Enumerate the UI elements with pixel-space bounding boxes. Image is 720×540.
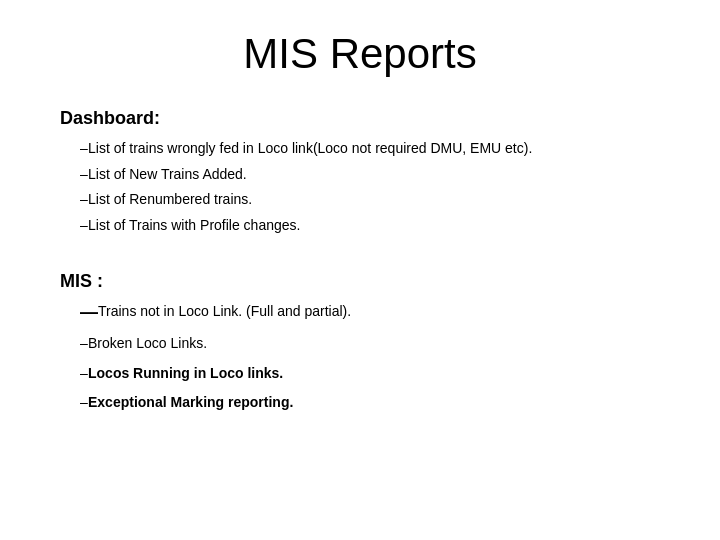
item-text: Exceptional Marking reporting.: [88, 393, 293, 413]
dash-icon: –: [60, 165, 88, 185]
item-text: Locos Running in Loco links.: [88, 364, 283, 384]
mis-list: — Trains not in Loco Link. (Full and par…: [60, 302, 660, 412]
item-text: List of Trains with Profile changes.: [88, 216, 300, 236]
item-text: List of New Trains Added.: [88, 165, 247, 185]
dash-icon: –: [60, 190, 88, 210]
dashboard-list: – List of trains wrongly fed in Loco lin…: [60, 139, 660, 235]
list-item: – List of trains wrongly fed in Loco lin…: [60, 139, 660, 159]
item-text: List of trains wrongly fed in Loco link(…: [88, 139, 532, 159]
page-title: MIS Reports: [60, 30, 660, 78]
dash-icon: –: [60, 139, 88, 159]
em-dash-icon: —: [60, 302, 98, 324]
list-item: – Exceptional Marking reporting.: [60, 393, 660, 413]
item-text: Broken Loco Links.: [88, 334, 207, 354]
list-item: – Locos Running in Loco links.: [60, 364, 660, 384]
mis-section: MIS : — Trains not in Loco Link. (Full a…: [60, 271, 660, 440]
list-item: – Broken Loco Links.: [60, 334, 660, 354]
dashboard-heading: Dashboard:: [60, 108, 660, 129]
list-item: – List of Trains with Profile changes.: [60, 216, 660, 236]
dash-icon: –: [60, 393, 88, 413]
list-item: – List of Renumbered trains.: [60, 190, 660, 210]
dashboard-section: Dashboard: – List of trains wrongly fed …: [60, 108, 660, 263]
dash-icon: –: [60, 364, 88, 384]
list-item: — Trains not in Loco Link. (Full and par…: [60, 302, 660, 324]
page: MIS Reports Dashboard: – List of trains …: [0, 0, 720, 540]
list-item: – List of New Trains Added.: [60, 165, 660, 185]
item-text: Trains not in Loco Link. (Full and parti…: [98, 302, 351, 322]
item-text: List of Renumbered trains.: [88, 190, 252, 210]
dash-icon: –: [60, 334, 88, 354]
dash-icon: –: [60, 216, 88, 236]
mis-heading: MIS :: [60, 271, 660, 292]
